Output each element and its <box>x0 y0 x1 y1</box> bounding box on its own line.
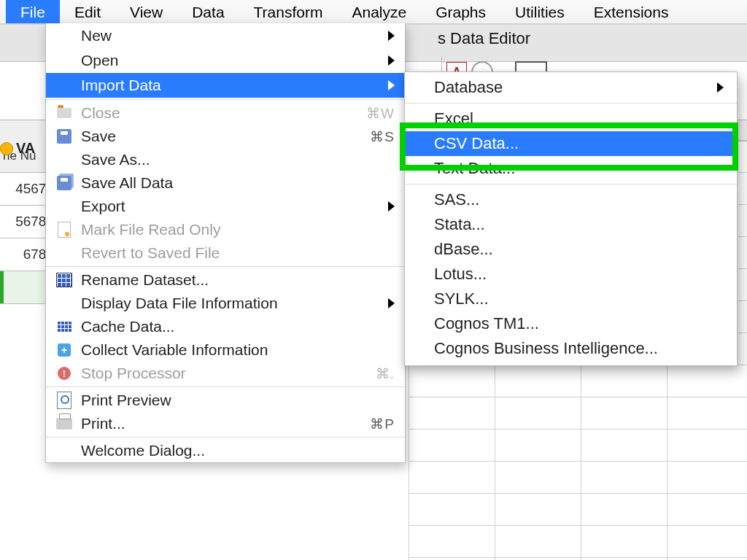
dataset-grid-icon <box>53 271 75 289</box>
menu-item-mark-readonly: Mark File Read Only <box>46 218 405 241</box>
variable-chip-label: VA <box>16 140 35 157</box>
menu-item-label: Save All Data <box>81 174 395 192</box>
submenu-item-text-data[interactable]: Text Data... <box>405 156 737 181</box>
menu-item-label: Export <box>81 198 388 215</box>
submenu-item-label: Cognos TM1... <box>434 314 539 333</box>
chevron-right-icon <box>388 52 395 69</box>
blank-icon <box>53 295 75 312</box>
menu-item-rename-dataset[interactable]: Rename Dataset... <box>46 268 405 292</box>
cache-grid-icon <box>53 318 75 335</box>
menubar-item-utilities[interactable]: Utilities <box>500 0 579 23</box>
menu-item-label: Rename Dataset... <box>81 271 395 289</box>
save-icon <box>53 128 75 145</box>
menu-item-label: Import Data <box>81 77 388 94</box>
submenu-item-excel[interactable]: Excel <box>405 106 737 131</box>
variable-dot-icon <box>0 142 13 155</box>
stop-warning-icon: ! <box>53 365 75 382</box>
menu-shortcut: ⌘P <box>370 416 395 432</box>
menu-item-label: New <box>81 27 388 44</box>
menu-item-print[interactable]: Print... ⌘P <box>46 412 405 435</box>
menubar-item-graphs[interactable]: Graphs <box>421 0 500 23</box>
menu-item-print-preview[interactable]: Print Preview <box>46 389 405 412</box>
submenu-item-label: Excel <box>434 109 473 128</box>
file-menu: New Open Import Data Close ⌘W Save ⌘S Sa… <box>45 23 406 463</box>
menubar-item-transform[interactable]: Transform <box>239 0 338 23</box>
menu-item-welcome-dialog[interactable]: Welcome Dialog... <box>46 439 405 462</box>
chevron-right-icon <box>388 77 395 94</box>
save-all-icon <box>53 174 75 192</box>
menu-item-label: Display Data File Information <box>81 295 388 312</box>
submenu-item-cognos-tm1[interactable]: Cognos TM1... <box>405 311 737 336</box>
menubar-item-extensions[interactable]: Extensions <box>579 0 684 23</box>
menu-separator <box>46 99 405 100</box>
menu-item-label: Collect Variable Information <box>81 341 395 359</box>
print-preview-icon <box>53 392 75 409</box>
menu-separator <box>46 437 405 438</box>
menubar: ion File Edit View Data Transform Analyz… <box>0 0 747 24</box>
chevron-right-icon <box>388 295 395 312</box>
menubar-item-file[interactable]: File <box>6 0 60 23</box>
menu-item-label: Save As... <box>81 151 395 168</box>
menu-item-save-as[interactable]: Save As... <box>46 148 405 171</box>
menu-item-save[interactable]: Save ⌘S <box>46 125 405 148</box>
menu-item-cache-data[interactable]: Cache Data... <box>46 315 405 338</box>
submenu-item-label: SAS... <box>434 190 479 209</box>
blank-icon <box>53 442 75 459</box>
submenu-item-label: Database <box>434 78 503 97</box>
submenu-item-csv-data[interactable]: CSV Data... <box>405 131 737 156</box>
submenu-item-label: Cognos Business Intelligence... <box>434 339 658 358</box>
submenu-item-lotus[interactable]: Lotus... <box>405 262 737 287</box>
submenu-item-cognos-bi[interactable]: Cognos Business Intelligence... <box>405 336 737 361</box>
menu-separator <box>405 184 737 184</box>
menu-shortcut: ⌘S <box>370 128 395 145</box>
submenu-item-label: SYLK... <box>434 289 489 308</box>
menubar-item-partial[interactable]: ion <box>0 0 6 23</box>
menu-item-stop-processor: ! Stop Processor ⌘. <box>46 362 405 385</box>
submenu-item-label: Lotus... <box>434 265 487 284</box>
variable-chip: VA <box>0 140 35 157</box>
menu-item-close: Close ⌘W <box>46 101 405 125</box>
menu-item-label: Stop Processor <box>81 365 376 382</box>
blank-icon <box>53 52 75 69</box>
menu-item-collect-variable-info[interactable]: + Collect Variable Information <box>46 338 405 362</box>
menubar-item-analyze[interactable]: Analyze <box>337 0 421 23</box>
menu-item-label: Open <box>81 52 388 69</box>
submenu-item-label: Stata... <box>434 215 485 234</box>
chevron-right-icon <box>717 78 724 97</box>
menu-item-label: Print Preview <box>81 392 395 409</box>
menu-item-label: Print... <box>81 415 370 432</box>
menu-item-label: Revert to Saved File <box>81 244 395 262</box>
menu-item-label: Welcome Dialog... <box>81 442 395 459</box>
menu-item-label: Close <box>81 104 366 122</box>
printer-icon <box>53 415 75 432</box>
menu-item-import-data[interactable]: Import Data <box>46 73 405 98</box>
menubar-item-view[interactable]: View <box>115 0 177 23</box>
chevron-right-icon <box>388 198 395 215</box>
blank-icon <box>53 27 75 44</box>
menu-item-label: Save <box>81 128 370 145</box>
submenu-item-stata[interactable]: Stata... <box>405 212 737 237</box>
submenu-item-database[interactable]: Database <box>405 75 737 100</box>
menu-shortcut: ⌘. <box>376 365 395 382</box>
blank-icon <box>53 77 75 94</box>
menubar-item-data[interactable]: Data <box>177 0 239 23</box>
menu-item-save-all[interactable]: Save All Data <box>46 171 405 195</box>
document-lock-icon <box>53 221 75 238</box>
menu-item-open[interactable]: Open <box>46 48 405 73</box>
folder-close-icon <box>53 104 75 122</box>
menu-separator <box>46 266 405 267</box>
submenu-item-dbase[interactable]: dBase... <box>405 237 737 262</box>
menu-item-display-data-info[interactable]: Display Data File Information <box>46 292 405 315</box>
menu-item-export[interactable]: Export <box>46 195 405 218</box>
menu-item-label: Mark File Read Only <box>81 221 395 238</box>
menubar-item-edit[interactable]: Edit <box>60 0 115 23</box>
chevron-right-icon <box>388 27 395 44</box>
menu-item-new[interactable]: New <box>46 23 405 48</box>
blank-icon <box>53 198 75 215</box>
submenu-item-sas[interactable]: SAS... <box>405 187 737 212</box>
menu-item-revert: Revert to Saved File <box>46 241 405 265</box>
submenu-item-sylk[interactable]: SYLK... <box>405 287 737 311</box>
menu-item-label: Cache Data... <box>81 318 395 335</box>
submenu-item-label: CSV Data... <box>434 134 519 153</box>
app-window: ne Nu 45678 56789 6789 VA s Data Editor … <box>0 0 747 560</box>
